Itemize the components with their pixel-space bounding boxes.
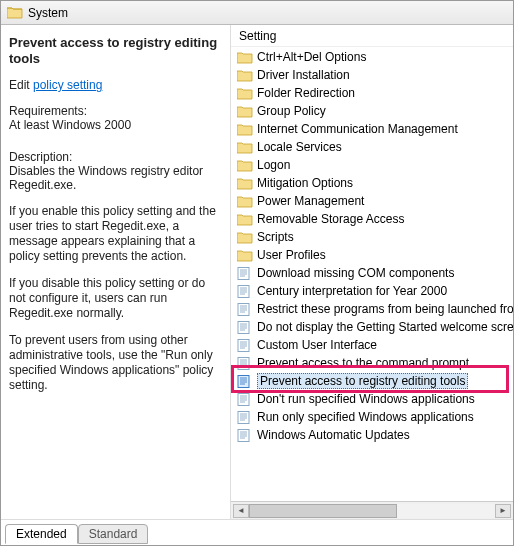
description-value: Disables the Windows registry editor Reg… bbox=[9, 164, 222, 192]
setting-icon bbox=[237, 321, 253, 334]
list-item-label: Ctrl+Alt+Del Options bbox=[257, 50, 366, 64]
list-item[interactable]: Download missing COM components bbox=[231, 264, 513, 282]
list-item[interactable]: Century interpretation for Year 2000 bbox=[231, 282, 513, 300]
list-item[interactable]: Folder Redirection bbox=[231, 84, 513, 102]
description-paragraph: If you disable this policy setting or do… bbox=[9, 276, 222, 321]
list-item-label: Removable Storage Access bbox=[257, 212, 404, 226]
folder-icon bbox=[237, 213, 253, 226]
list-item[interactable]: Mitigation Options bbox=[231, 174, 513, 192]
setting-icon bbox=[237, 285, 253, 298]
svg-rect-15 bbox=[238, 321, 249, 333]
setting-icon bbox=[237, 375, 253, 388]
list-item-label: User Profiles bbox=[257, 248, 326, 262]
list-item[interactable]: Restrict these programs from being launc… bbox=[231, 300, 513, 318]
list-item[interactable]: Prevent access to registry editing tools bbox=[231, 372, 513, 390]
scroll-track[interactable] bbox=[249, 504, 495, 518]
folder-icon bbox=[7, 6, 23, 19]
list-item-label: Group Policy bbox=[257, 104, 326, 118]
edit-policy-line: Edit policy setting bbox=[9, 78, 222, 92]
list-item[interactable]: Driver Installation bbox=[231, 66, 513, 84]
setting-icon bbox=[237, 393, 253, 406]
settings-list[interactable]: Ctrl+Alt+Del OptionsDriver InstallationF… bbox=[231, 47, 513, 501]
description-paragraph: If you enable this policy setting and th… bbox=[9, 204, 222, 264]
svg-rect-40 bbox=[238, 411, 249, 423]
list-item[interactable]: Custom User Interface bbox=[231, 336, 513, 354]
folder-icon bbox=[237, 123, 253, 136]
setting-icon bbox=[237, 303, 253, 316]
requirements-label: Requirements: bbox=[9, 104, 222, 118]
requirements-value: At least Windows 2000 bbox=[9, 118, 222, 132]
list-item-label: Scripts bbox=[257, 230, 294, 244]
list-item-label: Download missing COM components bbox=[257, 266, 454, 280]
svg-rect-45 bbox=[238, 429, 249, 441]
list-item-label: Custom User Interface bbox=[257, 338, 377, 352]
list-item-label: Windows Automatic Updates bbox=[257, 428, 410, 442]
folder-icon bbox=[237, 249, 253, 262]
list-item[interactable]: Do not display the Getting Started welco… bbox=[231, 318, 513, 336]
horizontal-scrollbar[interactable]: ◄ ► bbox=[231, 501, 513, 519]
list-item[interactable]: Ctrl+Alt+Del Options bbox=[231, 48, 513, 66]
list-item-label: Run only specified Windows applications bbox=[257, 410, 474, 424]
folder-icon bbox=[237, 87, 253, 100]
folder-icon bbox=[237, 141, 253, 154]
description-label: Description: bbox=[9, 150, 222, 164]
list-item-label: Don't run specified Windows applications bbox=[257, 392, 475, 406]
edit-policy-link[interactable]: policy setting bbox=[33, 78, 102, 92]
tab-extended[interactable]: Extended bbox=[5, 524, 78, 544]
list-item[interactable]: Locale Services bbox=[231, 138, 513, 156]
svg-rect-0 bbox=[238, 267, 249, 279]
settings-list-pane: Setting Ctrl+Alt+Del OptionsDriver Insta… bbox=[231, 25, 513, 519]
list-item-label: Prevent access to the command prompt bbox=[257, 356, 469, 370]
folder-icon bbox=[237, 105, 253, 118]
list-item[interactable]: Removable Storage Access bbox=[231, 210, 513, 228]
svg-rect-20 bbox=[238, 339, 249, 351]
list-item[interactable]: Run only specified Windows applications bbox=[231, 408, 513, 426]
svg-rect-30 bbox=[238, 375, 249, 387]
scroll-right-button[interactable]: ► bbox=[495, 504, 511, 518]
folder-icon bbox=[237, 195, 253, 208]
panel-title: System bbox=[28, 6, 68, 20]
panel-header: System bbox=[1, 1, 513, 25]
list-item[interactable]: Power Management bbox=[231, 192, 513, 210]
scroll-left-button[interactable]: ◄ bbox=[233, 504, 249, 518]
svg-rect-25 bbox=[238, 357, 249, 369]
list-item[interactable]: Don't run specified Windows applications bbox=[231, 390, 513, 408]
list-item-label: Internet Communication Management bbox=[257, 122, 458, 136]
folder-icon bbox=[237, 177, 253, 190]
setting-icon bbox=[237, 357, 253, 370]
list-item[interactable]: Group Policy bbox=[231, 102, 513, 120]
list-item-label: Mitigation Options bbox=[257, 176, 353, 190]
selected-policy-title: Prevent access to registry editing tools bbox=[9, 35, 222, 66]
column-header-setting[interactable]: Setting bbox=[231, 25, 513, 47]
list-item-label: Folder Redirection bbox=[257, 86, 355, 100]
svg-rect-35 bbox=[238, 393, 249, 405]
folder-icon bbox=[237, 231, 253, 244]
list-item[interactable]: User Profiles bbox=[231, 246, 513, 264]
folder-icon bbox=[237, 69, 253, 82]
list-item-label: Driver Installation bbox=[257, 68, 350, 82]
setting-icon bbox=[237, 429, 253, 442]
tab-standard[interactable]: Standard bbox=[78, 524, 149, 544]
list-item[interactable]: Internet Communication Management bbox=[231, 120, 513, 138]
list-item-label: Century interpretation for Year 2000 bbox=[257, 284, 447, 298]
list-item[interactable]: Windows Automatic Updates bbox=[231, 426, 513, 444]
tabs-footer: Extended Standard bbox=[1, 519, 513, 545]
setting-icon bbox=[237, 339, 253, 352]
setting-icon bbox=[237, 411, 253, 424]
svg-rect-10 bbox=[238, 303, 249, 315]
list-item[interactable]: Logon bbox=[231, 156, 513, 174]
list-item[interactable]: Scripts bbox=[231, 228, 513, 246]
description-pane: Prevent access to registry editing tools… bbox=[1, 25, 231, 519]
svg-rect-5 bbox=[238, 285, 249, 297]
folder-icon bbox=[237, 51, 253, 64]
list-item-label: Restrict these programs from being launc… bbox=[257, 302, 513, 316]
scroll-thumb[interactable] bbox=[249, 504, 397, 518]
description-paragraph: To prevent users from using other admini… bbox=[9, 333, 222, 393]
list-item-label: Power Management bbox=[257, 194, 364, 208]
edit-prefix: Edit bbox=[9, 78, 33, 92]
list-item-label: Logon bbox=[257, 158, 290, 172]
list-item-label: Prevent access to registry editing tools bbox=[257, 373, 468, 389]
list-item-label: Do not display the Getting Started welco… bbox=[257, 320, 513, 334]
list-item-label: Locale Services bbox=[257, 140, 342, 154]
list-item[interactable]: Prevent access to the command prompt bbox=[231, 354, 513, 372]
